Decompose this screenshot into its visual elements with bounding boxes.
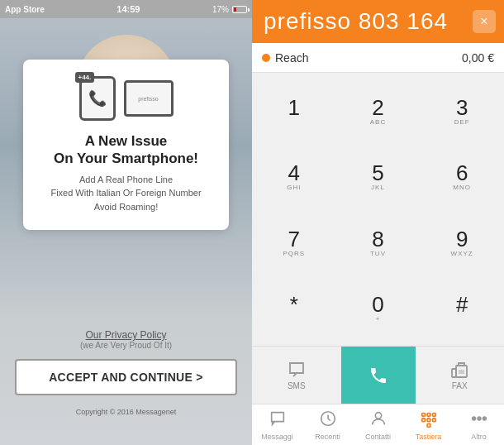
phone-badge: +44. [75,72,95,83]
key-letters-5: MNO [453,184,471,194]
contatti-nav-icon [369,409,388,431]
altro-nav-label: Altro [471,433,487,441]
battery-pct: 17% [212,5,229,14]
key-letters-3: GHI [287,184,301,194]
key-star[interactable]: * [252,277,336,343]
reach-label: Reach [275,51,462,65]
accept-continue-button[interactable]: ACCEPT AND CONTINUE > [15,359,237,395]
key-number-4: 5 [372,162,383,184]
key-letters-10: + [376,315,381,325]
svg-rect-7 [432,413,435,416]
sms-button[interactable]: SMS [252,347,341,404]
key-8[interactable]: 8TUV [336,211,421,277]
key-hash[interactable]: # [420,277,504,343]
nav-item-messaggi[interactable]: Messaggi [252,404,302,445]
fax-label: FAX [452,381,468,390]
fax-icon [449,360,469,380]
bottom-nav: Messaggi Recenti Contatti Tastiera Altro [252,404,504,445]
key-letters-6: PQRS [283,250,305,260]
action-bar: SMS FAX [252,346,504,404]
altro-nav-icon [470,409,488,431]
tastiera-nav-label: Tastiera [416,433,442,441]
dialer-number-display[interactable]: prefisso 803 164 [260,8,473,35]
right-panel: prefisso 803 164 × Reach 0,00 € 12ABC3DE… [252,0,504,445]
svg-point-13 [478,417,481,420]
status-app-store: App Store [5,5,45,14]
recenti-nav-icon [319,409,337,431]
promo-subtitle: Add A Real Phone Line Fixed With Italian… [38,173,214,214]
sms-label: SMS [288,381,306,390]
svg-rect-11 [427,423,430,427]
key-number-11: # [456,294,468,315]
call-icon [368,366,388,385]
svg-point-14 [483,417,486,420]
privacy-link[interactable]: Our Privacy Policy [0,329,252,341]
key-0[interactable]: 0+ [336,277,421,343]
promo-card: +44. 📞 prefisso A New Issue On Your Smar… [23,60,229,230]
key-letters-1: ABC [370,118,386,128]
key-4[interactable]: 4GHI [252,146,336,212]
promo-title: A New Issue On Your Smartphone! [38,132,214,168]
status-time: 14:59 [116,4,140,14]
reach-dot [262,54,270,62]
left-panel: App Store 14:59 17% +44. 📞 prefisso A Ne… [0,0,252,445]
nav-item-recenti[interactable]: Recenti [302,404,353,445]
key-3[interactable]: 3DEF [420,79,504,146]
key-letters-7: TUV [370,250,386,260]
svg-rect-2 [459,370,464,374]
key-number-9: * [290,294,298,315]
close-button[interactable]: × [473,10,496,33]
key-number-5: 6 [456,162,468,184]
battery-icon [232,6,247,13]
phone-device-icon: +44. 📞 [79,76,116,121]
key-1[interactable]: 1 [252,79,336,146]
key-number-3: 4 [288,162,300,184]
battery-fill [234,7,236,12]
key-5[interactable]: 5JKL [336,146,421,212]
nav-item-tastiera[interactable]: Tastiera [403,404,454,445]
balance-amount: 0,00 € [462,51,494,65]
tablet-device-icon: prefisso [124,80,174,117]
links-area: Our Privacy Policy (we Are Very Proud Of… [0,329,252,350]
contatti-nav-label: Contatti [365,433,391,441]
tablet-screen-text: prefisso [138,96,159,102]
svg-point-4 [375,412,381,418]
svg-rect-6 [427,413,430,416]
recenti-nav-label: Recenti [315,433,340,441]
key-number-10: 0 [372,294,383,315]
handset-icon: 📞 [88,89,107,108]
key-letters-2: DEF [454,118,470,128]
fax-button[interactable]: FAX [416,347,505,404]
svg-rect-10 [432,419,435,422]
svg-rect-5 [421,413,425,416]
copyright: Copyright © 2016 Messagenet [0,408,252,416]
key-9[interactable]: 9WXYZ [420,211,504,277]
status-bar: App Store 14:59 17% [0,0,252,18]
key-number-8: 9 [456,228,468,250]
key-7[interactable]: 7PQRS [252,211,336,277]
nav-item-contatti[interactable]: Contatti [353,404,403,445]
svg-point-12 [472,417,475,420]
messaggi-nav-icon [269,409,287,431]
key-2[interactable]: 2ABC [336,79,421,146]
svg-rect-8 [421,419,425,422]
call-button[interactable] [341,347,416,404]
key-number-2: 3 [456,97,468,118]
messaggi-nav-label: Messaggi [261,433,293,441]
nav-item-altro[interactable]: Altro [454,404,504,445]
dialer-header: prefisso 803 164 × [252,0,504,43]
key-number-6: 7 [288,228,300,250]
key-number-0: 1 [288,97,300,118]
key-number-7: 8 [372,228,383,250]
status-right: 17% [212,5,247,14]
svg-rect-9 [427,419,430,422]
promo-icon-area: +44. 📞 prefisso [38,76,214,121]
balance-bar: Reach 0,00 € [252,43,504,73]
tastiera-nav-icon [420,409,438,431]
key-letters-8: WXYZ [451,250,473,260]
key-6[interactable]: 6MNO [420,146,504,212]
privacy-sub: (we Are Very Proud Of It) [0,341,252,350]
key-number-1: 2 [372,97,383,118]
sms-icon [287,360,307,380]
keypad: 12ABC3DEF4GHI5JKL6MNO7PQRS8TUV9WXYZ*0+# [252,73,504,346]
